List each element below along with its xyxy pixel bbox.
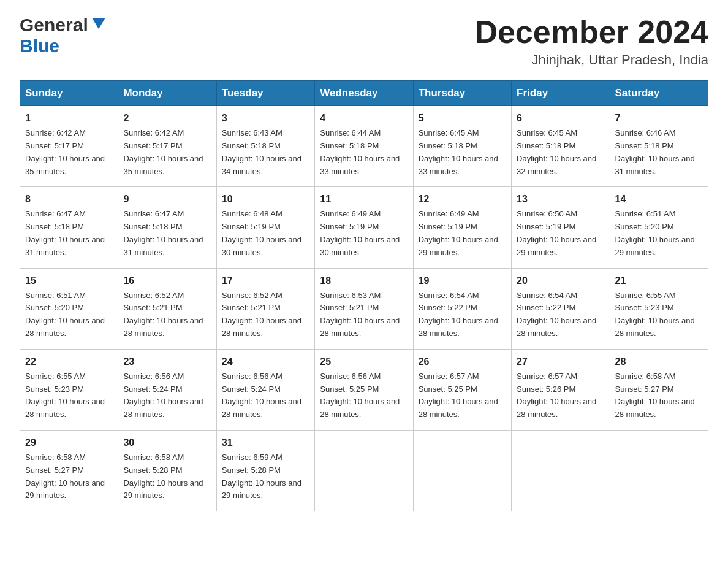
day-number: 5: [419, 111, 506, 126]
day-number: 28: [615, 354, 703, 369]
calendar-cell: 6 Sunrise: 6:45 AMSunset: 5:18 PMDayligh…: [512, 106, 610, 187]
logo-blue-text: Blue: [20, 36, 59, 56]
calendar-week-row: 15 Sunrise: 6:51 AMSunset: 5:20 PMDaylig…: [20, 268, 708, 349]
weekday-header-saturday: Saturday: [610, 81, 708, 106]
day-number: 25: [320, 354, 408, 369]
weekday-header-friday: Friday: [512, 81, 610, 106]
calendar-cell: 12 Sunrise: 6:49 AMSunset: 5:19 PMDaylig…: [413, 187, 511, 268]
day-number: 29: [25, 435, 113, 450]
calendar-cell: 22 Sunrise: 6:55 AMSunset: 5:23 PMDaylig…: [20, 349, 118, 430]
title-block: December 2024 Jhinjhak, Uttar Pradesh, I…: [474, 15, 708, 68]
day-info: Sunrise: 6:51 AMSunset: 5:20 PMDaylight:…: [25, 291, 105, 338]
calendar-cell: 15 Sunrise: 6:51 AMSunset: 5:20 PMDaylig…: [20, 268, 118, 349]
calendar-table: SundayMondayTuesdayWednesdayThursdayFrid…: [20, 80, 708, 511]
calendar-cell: 21 Sunrise: 6:55 AMSunset: 5:23 PMDaylig…: [610, 268, 708, 349]
day-info: Sunrise: 6:55 AMSunset: 5:23 PMDaylight:…: [25, 372, 105, 419]
day-number: 19: [419, 274, 506, 288]
day-number: 24: [222, 354, 309, 369]
day-info: Sunrise: 6:56 AMSunset: 5:24 PMDaylight:…: [222, 372, 301, 419]
calendar-cell: 30 Sunrise: 6:58 AMSunset: 5:28 PMDaylig…: [118, 430, 216, 511]
day-info: Sunrise: 6:54 AMSunset: 5:22 PMDaylight:…: [419, 291, 498, 338]
calendar-cell: 28 Sunrise: 6:58 AMSunset: 5:27 PMDaylig…: [610, 349, 708, 430]
day-info: Sunrise: 6:53 AMSunset: 5:21 PMDaylight:…: [320, 291, 400, 338]
calendar-cell: 17 Sunrise: 6:52 AMSunset: 5:21 PMDaylig…: [216, 268, 314, 349]
day-number: 17: [222, 274, 309, 288]
page-header: General Blue December 2024 Jhinjhak, Utt…: [20, 15, 708, 68]
calendar-body: 1 Sunrise: 6:42 AMSunset: 5:17 PMDayligh…: [20, 106, 708, 511]
calendar-cell: 5 Sunrise: 6:45 AMSunset: 5:18 PMDayligh…: [413, 106, 511, 187]
day-number: 13: [517, 192, 604, 207]
day-info: Sunrise: 6:49 AMSunset: 5:19 PMDaylight:…: [419, 209, 498, 256]
location-subtitle: Jhinjhak, Uttar Pradesh, India: [474, 52, 708, 68]
day-number: 10: [222, 192, 309, 207]
calendar-cell: 19 Sunrise: 6:54 AMSunset: 5:22 PMDaylig…: [413, 268, 511, 349]
day-number: 4: [320, 111, 408, 126]
day-number: 2: [123, 111, 211, 126]
day-info: Sunrise: 6:44 AMSunset: 5:18 PMDaylight:…: [320, 128, 400, 175]
calendar-week-row: 8 Sunrise: 6:47 AMSunset: 5:18 PMDayligh…: [20, 187, 708, 268]
calendar-cell: 10 Sunrise: 6:48 AMSunset: 5:19 PMDaylig…: [216, 187, 314, 268]
calendar-cell: 16 Sunrise: 6:52 AMSunset: 5:21 PMDaylig…: [118, 268, 216, 349]
calendar-cell: 8 Sunrise: 6:47 AMSunset: 5:18 PMDayligh…: [20, 187, 118, 268]
calendar-week-row: 22 Sunrise: 6:55 AMSunset: 5:23 PMDaylig…: [20, 349, 708, 430]
calendar-cell: [512, 430, 610, 511]
month-title: December 2024: [474, 15, 708, 50]
calendar-cell: 14 Sunrise: 6:51 AMSunset: 5:20 PMDaylig…: [610, 187, 708, 268]
day-info: Sunrise: 6:47 AMSunset: 5:18 PMDaylight:…: [25, 209, 105, 256]
calendar-cell: 11 Sunrise: 6:49 AMSunset: 5:19 PMDaylig…: [315, 187, 413, 268]
day-number: 22: [25, 354, 113, 369]
day-info: Sunrise: 6:54 AMSunset: 5:22 PMDaylight:…: [517, 291, 596, 338]
weekday-header-sunday: Sunday: [20, 81, 118, 106]
calendar-cell: 23 Sunrise: 6:56 AMSunset: 5:24 PMDaylig…: [118, 349, 216, 430]
day-number: 3: [222, 111, 309, 126]
calendar-cell: 31 Sunrise: 6:59 AMSunset: 5:28 PMDaylig…: [216, 430, 314, 511]
day-info: Sunrise: 6:45 AMSunset: 5:18 PMDaylight:…: [517, 128, 596, 175]
day-number: 20: [517, 274, 604, 288]
day-info: Sunrise: 6:52 AMSunset: 5:21 PMDaylight:…: [123, 291, 203, 338]
day-info: Sunrise: 6:58 AMSunset: 5:27 PMDaylight:…: [615, 372, 695, 419]
day-number: 31: [222, 435, 309, 450]
day-number: 11: [320, 192, 408, 207]
day-info: Sunrise: 6:52 AMSunset: 5:21 PMDaylight:…: [222, 291, 301, 338]
day-info: Sunrise: 6:57 AMSunset: 5:25 PMDaylight:…: [419, 372, 498, 419]
weekday-header-thursday: Thursday: [413, 81, 511, 106]
day-info: Sunrise: 6:47 AMSunset: 5:18 PMDaylight:…: [123, 209, 203, 256]
day-info: Sunrise: 6:56 AMSunset: 5:24 PMDaylight:…: [123, 372, 203, 419]
day-info: Sunrise: 6:42 AMSunset: 5:17 PMDaylight:…: [123, 128, 203, 175]
calendar-cell: 2 Sunrise: 6:42 AMSunset: 5:17 PMDayligh…: [118, 106, 216, 187]
day-number: 9: [123, 192, 211, 207]
weekday-header-wednesday: Wednesday: [315, 81, 413, 106]
calendar-cell: [413, 430, 511, 511]
calendar-cell: 26 Sunrise: 6:57 AMSunset: 5:25 PMDaylig…: [413, 349, 511, 430]
day-info: Sunrise: 6:48 AMSunset: 5:19 PMDaylight:…: [222, 209, 301, 256]
day-info: Sunrise: 6:46 AMSunset: 5:18 PMDaylight:…: [615, 128, 695, 175]
day-info: Sunrise: 6:57 AMSunset: 5:26 PMDaylight:…: [517, 372, 596, 419]
calendar-cell: 3 Sunrise: 6:43 AMSunset: 5:18 PMDayligh…: [216, 106, 314, 187]
logo: General Blue: [20, 15, 105, 56]
day-number: 26: [419, 354, 506, 369]
calendar-cell: 20 Sunrise: 6:54 AMSunset: 5:22 PMDaylig…: [512, 268, 610, 349]
day-info: Sunrise: 6:55 AMSunset: 5:23 PMDaylight:…: [615, 291, 695, 338]
calendar-cell: [315, 430, 413, 511]
day-number: 23: [123, 354, 211, 369]
calendar-cell: 7 Sunrise: 6:46 AMSunset: 5:18 PMDayligh…: [610, 106, 708, 187]
calendar-cell: 18 Sunrise: 6:53 AMSunset: 5:21 PMDaylig…: [315, 268, 413, 349]
day-number: 7: [615, 111, 703, 126]
day-number: 12: [419, 192, 506, 207]
day-number: 1: [25, 111, 113, 126]
day-number: 18: [320, 274, 408, 288]
calendar-header: SundayMondayTuesdayWednesdayThursdayFrid…: [20, 81, 708, 106]
day-info: Sunrise: 6:51 AMSunset: 5:20 PMDaylight:…: [615, 209, 695, 256]
calendar-cell: 24 Sunrise: 6:56 AMSunset: 5:24 PMDaylig…: [216, 349, 314, 430]
day-number: 14: [615, 192, 703, 207]
day-info: Sunrise: 6:45 AMSunset: 5:18 PMDaylight:…: [419, 128, 498, 175]
day-number: 6: [517, 111, 604, 126]
day-info: Sunrise: 6:59 AMSunset: 5:28 PMDaylight:…: [222, 453, 301, 500]
day-number: 30: [123, 435, 211, 450]
calendar-cell: 1 Sunrise: 6:42 AMSunset: 5:17 PMDayligh…: [20, 106, 118, 187]
calendar-cell: 25 Sunrise: 6:56 AMSunset: 5:25 PMDaylig…: [315, 349, 413, 430]
logo-general-text: General: [20, 15, 88, 36]
day-info: Sunrise: 6:58 AMSunset: 5:28 PMDaylight:…: [123, 453, 203, 500]
svg-marker-0: [92, 18, 105, 29]
day-number: 27: [517, 354, 604, 369]
